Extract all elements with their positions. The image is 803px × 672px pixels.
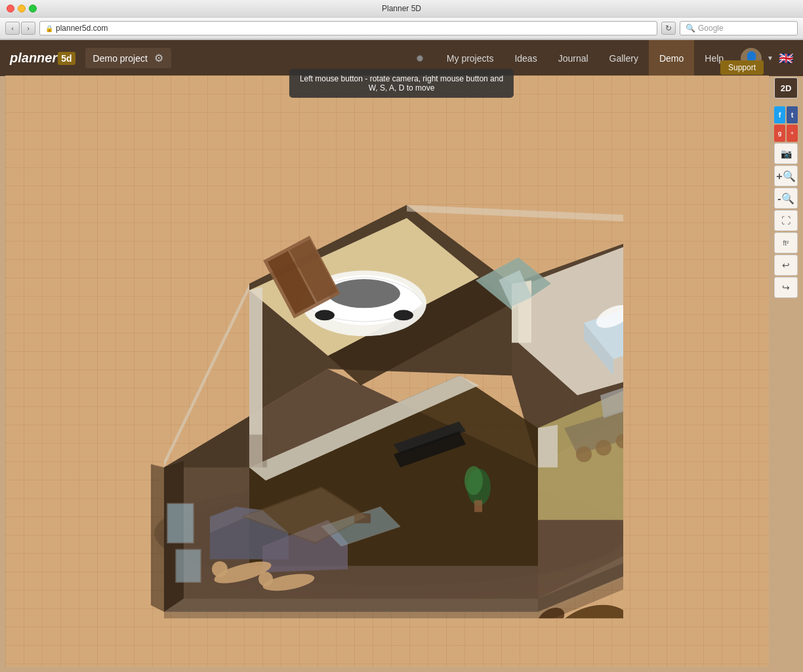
address-bar[interactable]: 🔒 planner5d.com [39,21,657,35]
svg-point-53 [596,440,611,455]
google-plus-buttons: g + [774,125,798,142]
zoom-in-button[interactable]: +🔍 [774,165,798,186]
svg-point-22 [315,310,335,320]
logo-5d: 5d [58,52,75,65]
url-text: planner5d.com [56,24,108,33]
floorplan-svg [131,152,623,618]
browser-titlebar: Planner 5D [0,0,803,18]
svg-rect-61 [176,549,201,582]
right-toolbar: 2D f t g + 📷 +🔍 -🔍 ⛶ ft² ↩ ↪ [774,77,798,298]
canvas-area[interactable] [5,75,769,667]
security-icon: 🔒 [45,25,53,32]
fullscreen-button[interactable]: ⛶ [774,210,798,231]
svg-marker-64 [151,464,164,612]
maximize-button[interactable] [29,5,37,12]
nav-gallery[interactable]: Gallery [599,40,649,76]
svg-marker-65 [164,612,538,618]
nav-buttons: ‹ › [5,22,35,35]
nav-my-projects[interactable]: My projects [436,40,504,76]
back-button[interactable]: ‹ [5,22,20,35]
svg-rect-59 [247,434,267,467]
twitter-button[interactable]: f [774,106,785,123]
floorplan-3d [131,152,623,618]
redo-button[interactable]: ↪ [774,277,798,298]
project-name-area: Demo project ⚙ [85,48,171,68]
app-navbar: planner 5d Demo project ⚙ My projects Id… [0,40,803,76]
view-2d-button[interactable]: 2D [774,77,798,98]
nav-dot-indicator [417,55,423,62]
camera-button[interactable]: 📷 [774,143,798,164]
svg-rect-60 [167,503,194,543]
support-button[interactable]: Support [720,60,764,75]
nav-ideas[interactable]: Ideas [504,40,547,76]
project-name: Demo project [93,53,148,64]
settings-icon[interactable]: ⚙ [154,52,163,64]
google-share-button[interactable]: + [787,125,798,142]
social-buttons: f t [774,106,798,123]
measure-button[interactable]: ft² [774,232,798,253]
svg-point-56 [464,466,483,495]
google-plus-button[interactable]: g [774,125,785,142]
search-bar[interactable]: 🔍 Google [680,21,798,35]
forward-button[interactable]: › [21,22,35,35]
language-flag[interactable]: 🇬🇧 [779,51,793,66]
facebook-button[interactable]: t [787,106,798,123]
app-logo: planner 5d [10,51,75,66]
browser-chrome: Planner 5D ‹ › 🔒 planner5d.com ↻ 🔍 Googl… [0,0,803,40]
nav-demo[interactable]: Demo [649,40,694,76]
nav-journal[interactable]: Journal [548,40,599,76]
minimize-button[interactable] [18,5,26,12]
search-placeholder: Google [698,24,724,33]
refresh-button[interactable]: ↻ [661,22,676,35]
svg-marker-69 [407,205,623,224]
undo-button[interactable]: ↩ [774,255,798,276]
svg-point-23 [394,310,413,320]
svg-marker-16 [538,425,558,467]
nav-links: My projects Ideas Journal Gallery Demo H… [436,40,734,76]
svg-point-37 [212,561,228,577]
close-button[interactable] [7,5,14,12]
svg-point-39 [258,572,273,586]
user-dropdown-arrow[interactable]: ▼ [767,54,773,62]
grid-background [5,75,769,667]
browser-toolbar: ‹ › 🔒 planner5d.com ↻ 🔍 Google [0,18,803,39]
svg-point-52 [576,446,592,462]
svg-rect-57 [474,500,482,512]
zoom-out-button[interactable]: -🔍 [774,188,798,209]
browser-title: Planner 5D [382,4,421,13]
browser-window-controls [7,5,37,12]
logo-text: planner [10,51,57,66]
search-icon: 🔍 [686,24,695,33]
